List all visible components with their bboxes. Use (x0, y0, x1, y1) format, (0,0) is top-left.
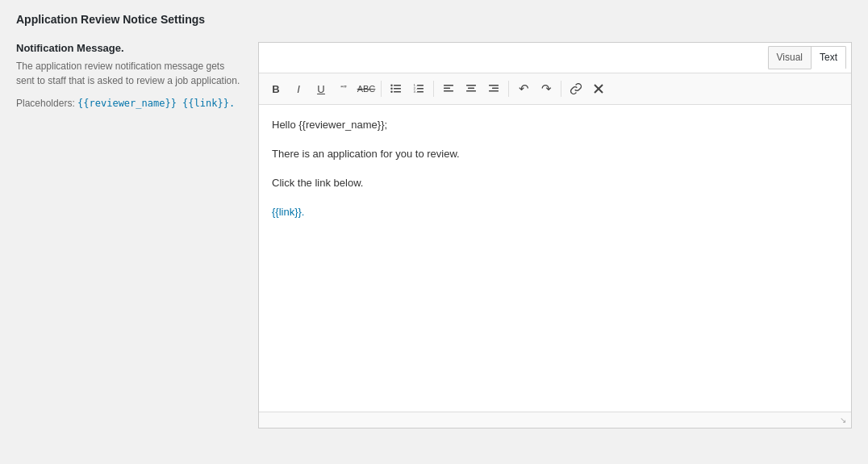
page-title: Application Review Notice Settings (16, 13, 852, 26)
svg-rect-13 (444, 88, 450, 90)
content-line2: There is an application for you to revie… (272, 145, 838, 163)
toolbar-italic-button[interactable]: I (288, 78, 309, 99)
svg-rect-17 (466, 90, 476, 92)
toolbar-undo-button[interactable]: ↶ (513, 78, 534, 99)
svg-rect-18 (489, 85, 499, 86)
editor-wrapper: Visual Text B I U “” ABC (258, 42, 852, 428)
editor-footer: ↘ (259, 412, 851, 428)
svg-point-3 (390, 85, 392, 86)
toolbar-redo-button[interactable]: ↷ (536, 78, 557, 99)
toolbar-strikethrough-button[interactable]: ABC (356, 78, 377, 99)
toolbar-separator-1 (381, 81, 382, 97)
toolbar-separator-3 (508, 81, 509, 97)
placeholders-label: Placeholders: (16, 98, 75, 109)
toolbar-unordered-list-button[interactable] (386, 78, 407, 99)
editor-top-bar: Visual Text (259, 43, 851, 73)
svg-text:3.: 3. (414, 90, 418, 94)
svg-rect-0 (394, 85, 401, 86)
toolbar-blockquote-button[interactable]: “” (333, 78, 354, 99)
svg-rect-19 (492, 88, 499, 90)
svg-rect-16 (468, 88, 474, 90)
svg-rect-6 (417, 85, 424, 86)
toolbar-underline-button[interactable]: U (311, 78, 332, 99)
content-line1: Hello {{reviewer_name}}; (272, 116, 838, 134)
content-line3: Click the link below. (272, 174, 838, 192)
toolbar-link-button[interactable] (565, 78, 586, 99)
editor-toolbar: B I U “” ABC (259, 73, 851, 105)
content-area: Notification Message. The application re… (16, 42, 852, 428)
field-description: The application review notification mess… (16, 59, 242, 88)
svg-rect-1 (394, 88, 401, 90)
page-wrapper: Application Review Notice Settings Notif… (0, 0, 868, 464)
svg-point-4 (390, 88, 392, 90)
svg-rect-12 (444, 85, 453, 86)
left-panel: Notification Message. The application re… (16, 42, 258, 109)
toolbar-bold-button[interactable]: B (265, 78, 286, 99)
svg-rect-15 (466, 85, 476, 86)
toolbar-ordered-list-button[interactable]: 1. 2. 3. (408, 78, 429, 99)
resize-handle[interactable]: ↘ (840, 416, 846, 424)
svg-rect-8 (417, 91, 424, 93)
svg-rect-20 (489, 90, 499, 92)
placeholders-text: Placeholders: {{reviewer_name}} {{link}}… (16, 98, 242, 109)
tab-text[interactable]: Text (811, 46, 846, 69)
svg-rect-7 (417, 88, 424, 90)
toolbar-remove-button[interactable] (588, 78, 609, 99)
field-label: Notification Message. (16, 42, 242, 54)
content-line4: {{link}}. (272, 203, 838, 221)
svg-rect-2 (394, 91, 401, 93)
tab-visual[interactable]: Visual (768, 46, 811, 69)
toolbar-align-center-button[interactable] (461, 78, 482, 99)
toolbar-align-left-button[interactable] (438, 78, 459, 99)
editor-content[interactable]: Hello {{reviewer_name}}; There is an app… (259, 105, 851, 412)
toolbar-align-right-button[interactable] (483, 78, 504, 99)
placeholders-values: {{reviewer_name}} {{link}}. (77, 98, 235, 109)
svg-point-5 (390, 91, 392, 93)
toolbar-separator-4 (561, 81, 561, 97)
svg-rect-14 (444, 90, 453, 92)
toolbar-separator-2 (433, 81, 434, 97)
